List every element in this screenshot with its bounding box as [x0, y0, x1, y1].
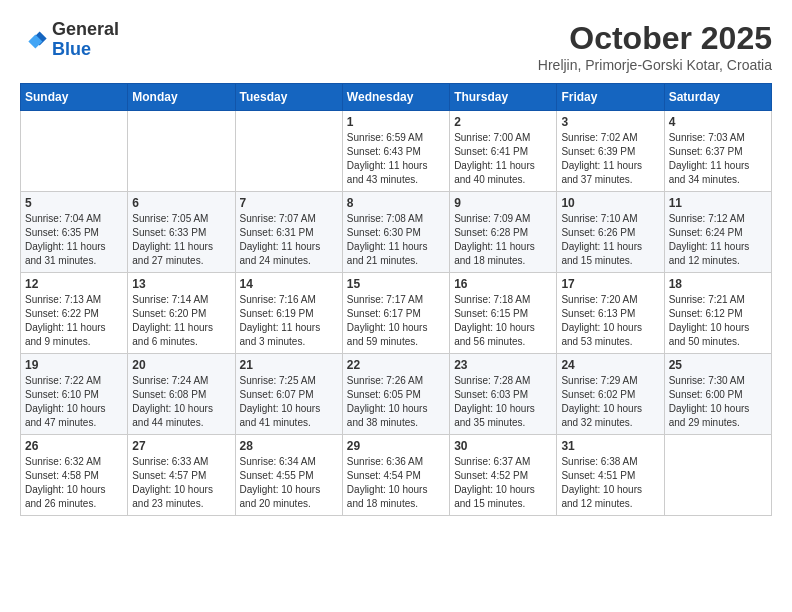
table-row: 18Sunrise: 7:21 AM Sunset: 6:12 PM Dayli… — [664, 273, 771, 354]
day-number: 19 — [25, 358, 123, 372]
day-info: Sunrise: 7:30 AM Sunset: 6:00 PM Dayligh… — [669, 374, 767, 430]
day-number: 21 — [240, 358, 338, 372]
day-number: 10 — [561, 196, 659, 210]
day-number: 27 — [132, 439, 230, 453]
table-row: 21Sunrise: 7:25 AM Sunset: 6:07 PM Dayli… — [235, 354, 342, 435]
calendar-table: Sunday Monday Tuesday Wednesday Thursday… — [20, 83, 772, 516]
table-row: 31Sunrise: 6:38 AM Sunset: 4:51 PM Dayli… — [557, 435, 664, 516]
table-row: 17Sunrise: 7:20 AM Sunset: 6:13 PM Dayli… — [557, 273, 664, 354]
day-number: 5 — [25, 196, 123, 210]
table-row: 8Sunrise: 7:08 AM Sunset: 6:30 PM Daylig… — [342, 192, 449, 273]
day-number: 18 — [669, 277, 767, 291]
table-row — [128, 111, 235, 192]
table-row: 22Sunrise: 7:26 AM Sunset: 6:05 PM Dayli… — [342, 354, 449, 435]
day-number: 16 — [454, 277, 552, 291]
day-number: 12 — [25, 277, 123, 291]
day-number: 15 — [347, 277, 445, 291]
day-number: 8 — [347, 196, 445, 210]
calendar-week-1: 1Sunrise: 6:59 AM Sunset: 6:43 PM Daylig… — [21, 111, 772, 192]
table-row — [664, 435, 771, 516]
day-info: Sunrise: 7:21 AM Sunset: 6:12 PM Dayligh… — [669, 293, 767, 349]
day-number: 17 — [561, 277, 659, 291]
day-number: 6 — [132, 196, 230, 210]
header-friday: Friday — [557, 84, 664, 111]
day-number: 2 — [454, 115, 552, 129]
table-row: 12Sunrise: 7:13 AM Sunset: 6:22 PM Dayli… — [21, 273, 128, 354]
day-info: Sunrise: 7:05 AM Sunset: 6:33 PM Dayligh… — [132, 212, 230, 268]
header-thursday: Thursday — [450, 84, 557, 111]
day-info: Sunrise: 7:22 AM Sunset: 6:10 PM Dayligh… — [25, 374, 123, 430]
logo-icon — [20, 26, 48, 54]
day-info: Sunrise: 7:02 AM Sunset: 6:39 PM Dayligh… — [561, 131, 659, 187]
day-info: Sunrise: 7:13 AM Sunset: 6:22 PM Dayligh… — [25, 293, 123, 349]
day-number: 22 — [347, 358, 445, 372]
day-info: Sunrise: 7:17 AM Sunset: 6:17 PM Dayligh… — [347, 293, 445, 349]
day-info: Sunrise: 6:32 AM Sunset: 4:58 PM Dayligh… — [25, 455, 123, 511]
day-info: Sunrise: 7:16 AM Sunset: 6:19 PM Dayligh… — [240, 293, 338, 349]
table-row: 20Sunrise: 7:24 AM Sunset: 6:08 PM Dayli… — [128, 354, 235, 435]
day-info: Sunrise: 7:26 AM Sunset: 6:05 PM Dayligh… — [347, 374, 445, 430]
table-row: 26Sunrise: 6:32 AM Sunset: 4:58 PM Dayli… — [21, 435, 128, 516]
day-number: 24 — [561, 358, 659, 372]
day-number: 1 — [347, 115, 445, 129]
month-title: October 2025 — [538, 20, 772, 57]
table-row: 6Sunrise: 7:05 AM Sunset: 6:33 PM Daylig… — [128, 192, 235, 273]
day-number: 3 — [561, 115, 659, 129]
calendar-week-3: 12Sunrise: 7:13 AM Sunset: 6:22 PM Dayli… — [21, 273, 772, 354]
day-number: 13 — [132, 277, 230, 291]
calendar-week-4: 19Sunrise: 7:22 AM Sunset: 6:10 PM Dayli… — [21, 354, 772, 435]
table-row: 27Sunrise: 6:33 AM Sunset: 4:57 PM Dayli… — [128, 435, 235, 516]
day-info: Sunrise: 6:59 AM Sunset: 6:43 PM Dayligh… — [347, 131, 445, 187]
table-row: 29Sunrise: 6:36 AM Sunset: 4:54 PM Dayli… — [342, 435, 449, 516]
calendar-week-2: 5Sunrise: 7:04 AM Sunset: 6:35 PM Daylig… — [21, 192, 772, 273]
page-header: General Blue October 2025 Hreljin, Primo… — [20, 20, 772, 73]
table-row: 15Sunrise: 7:17 AM Sunset: 6:17 PM Dayli… — [342, 273, 449, 354]
day-info: Sunrise: 6:34 AM Sunset: 4:55 PM Dayligh… — [240, 455, 338, 511]
day-info: Sunrise: 7:28 AM Sunset: 6:03 PM Dayligh… — [454, 374, 552, 430]
day-number: 4 — [669, 115, 767, 129]
day-info: Sunrise: 6:38 AM Sunset: 4:51 PM Dayligh… — [561, 455, 659, 511]
day-number: 26 — [25, 439, 123, 453]
table-row: 24Sunrise: 7:29 AM Sunset: 6:02 PM Dayli… — [557, 354, 664, 435]
day-number: 23 — [454, 358, 552, 372]
day-info: Sunrise: 7:14 AM Sunset: 6:20 PM Dayligh… — [132, 293, 230, 349]
day-number: 30 — [454, 439, 552, 453]
table-row: 10Sunrise: 7:10 AM Sunset: 6:26 PM Dayli… — [557, 192, 664, 273]
day-number: 20 — [132, 358, 230, 372]
day-info: Sunrise: 6:37 AM Sunset: 4:52 PM Dayligh… — [454, 455, 552, 511]
header-saturday: Saturday — [664, 84, 771, 111]
table-row: 23Sunrise: 7:28 AM Sunset: 6:03 PM Dayli… — [450, 354, 557, 435]
day-number: 28 — [240, 439, 338, 453]
table-row: 13Sunrise: 7:14 AM Sunset: 6:20 PM Dayli… — [128, 273, 235, 354]
day-number: 7 — [240, 196, 338, 210]
day-number: 29 — [347, 439, 445, 453]
day-number: 31 — [561, 439, 659, 453]
table-row: 28Sunrise: 6:34 AM Sunset: 4:55 PM Dayli… — [235, 435, 342, 516]
table-row: 7Sunrise: 7:07 AM Sunset: 6:31 PM Daylig… — [235, 192, 342, 273]
table-row: 30Sunrise: 6:37 AM Sunset: 4:52 PM Dayli… — [450, 435, 557, 516]
table-row: 16Sunrise: 7:18 AM Sunset: 6:15 PM Dayli… — [450, 273, 557, 354]
table-row — [235, 111, 342, 192]
table-row — [21, 111, 128, 192]
day-info: Sunrise: 7:08 AM Sunset: 6:30 PM Dayligh… — [347, 212, 445, 268]
day-info: Sunrise: 7:25 AM Sunset: 6:07 PM Dayligh… — [240, 374, 338, 430]
table-row: 19Sunrise: 7:22 AM Sunset: 6:10 PM Dayli… — [21, 354, 128, 435]
day-info: Sunrise: 7:10 AM Sunset: 6:26 PM Dayligh… — [561, 212, 659, 268]
logo: General Blue — [20, 20, 119, 60]
day-number: 11 — [669, 196, 767, 210]
day-info: Sunrise: 7:29 AM Sunset: 6:02 PM Dayligh… — [561, 374, 659, 430]
table-row: 11Sunrise: 7:12 AM Sunset: 6:24 PM Dayli… — [664, 192, 771, 273]
table-row: 14Sunrise: 7:16 AM Sunset: 6:19 PM Dayli… — [235, 273, 342, 354]
table-row: 9Sunrise: 7:09 AM Sunset: 6:28 PM Daylig… — [450, 192, 557, 273]
table-row: 2Sunrise: 7:00 AM Sunset: 6:41 PM Daylig… — [450, 111, 557, 192]
day-number: 9 — [454, 196, 552, 210]
header-tuesday: Tuesday — [235, 84, 342, 111]
day-info: Sunrise: 7:24 AM Sunset: 6:08 PM Dayligh… — [132, 374, 230, 430]
table-row: 25Sunrise: 7:30 AM Sunset: 6:00 PM Dayli… — [664, 354, 771, 435]
header-wednesday: Wednesday — [342, 84, 449, 111]
table-row: 3Sunrise: 7:02 AM Sunset: 6:39 PM Daylig… — [557, 111, 664, 192]
calendar-header-row: Sunday Monday Tuesday Wednesday Thursday… — [21, 84, 772, 111]
day-number: 14 — [240, 277, 338, 291]
location-subtitle: Hreljin, Primorje-Gorski Kotar, Croatia — [538, 57, 772, 73]
day-info: Sunrise: 6:33 AM Sunset: 4:57 PM Dayligh… — [132, 455, 230, 511]
